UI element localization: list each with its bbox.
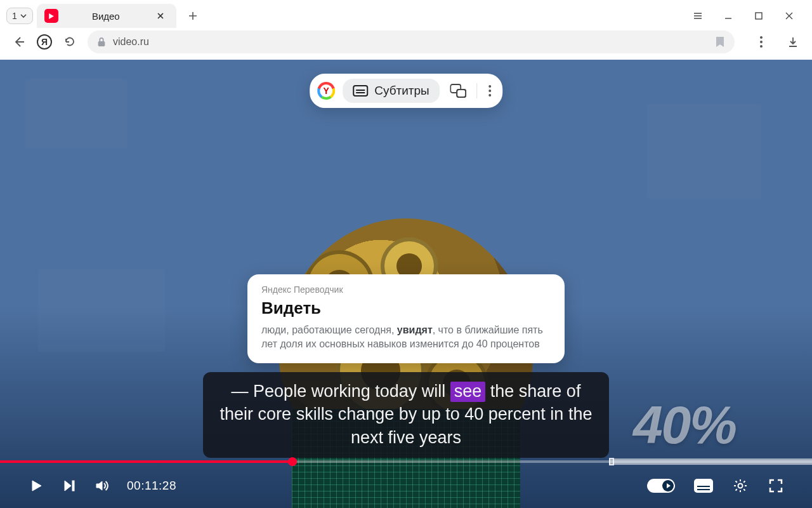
close-icon — [784, 11, 794, 21]
volume-button[interactable] — [94, 478, 110, 494]
fullscreen-button[interactable] — [768, 478, 784, 494]
tab-title: Видео — [65, 11, 147, 22]
hamburger-icon — [693, 11, 703, 21]
yandex-logo-icon: Y — [317, 82, 335, 100]
translator-headword: Видеть — [261, 298, 551, 318]
svg-rect-1 — [98, 41, 105, 46]
video-viewport[interactable]: 40% Y Субтитры Яндекс Переводчик — [0, 60, 812, 508]
svg-rect-3 — [457, 90, 466, 97]
tabs-count-pill[interactable]: 1 — [6, 8, 33, 24]
autoplay-knob-icon — [662, 480, 674, 491]
progress-played — [0, 460, 292, 463]
bookmark-icon[interactable] — [714, 36, 726, 48]
video-controls: 00:11:28 — [0, 464, 812, 508]
subtitle-pre: — People working today will — [232, 382, 450, 401]
subtitles-toggle-button[interactable]: Субтитры — [343, 79, 440, 103]
subtitles-icon — [353, 85, 368, 97]
svg-rect-5 — [72, 481, 74, 491]
svg-point-6 — [738, 484, 743, 488]
volume-icon — [95, 478, 110, 493]
window-close-button[interactable] — [783, 10, 796, 22]
yandex-home-button[interactable]: Я — [37, 34, 52, 50]
subtitles-label: Субтитры — [374, 84, 429, 98]
minimize-icon — [723, 11, 733, 21]
window-minimize-button[interactable] — [722, 10, 735, 22]
browser-toolbar: Я — [0, 29, 812, 60]
next-button[interactable] — [61, 478, 77, 494]
browser-menu-button[interactable] — [752, 33, 770, 51]
translator-tooltip: Яндекс Переводчик Видеть люди, работающи… — [247, 274, 565, 363]
pip-icon — [450, 84, 466, 98]
captions-button[interactable] — [694, 479, 713, 493]
kebab-icon — [760, 36, 763, 48]
browser-tab[interactable]: Видео — [37, 4, 176, 28]
overlay-more-button[interactable] — [485, 85, 495, 97]
download-icon — [787, 36, 799, 48]
picture-in-picture-button[interactable] — [447, 82, 469, 100]
downloads-button[interactable] — [784, 33, 802, 51]
divider — [476, 83, 477, 98]
next-icon — [62, 478, 77, 493]
back-button[interactable] — [10, 33, 28, 51]
gear-icon — [733, 478, 748, 493]
video-subtitle: — People working today will see the shar… — [203, 372, 609, 458]
translator-provider: Яндекс Переводчик — [261, 284, 551, 295]
fullscreen-icon — [768, 478, 783, 493]
window-controls — [691, 10, 808, 22]
lock-icon — [96, 37, 107, 47]
tab-strip: 1 Видео — [0, 0, 812, 29]
window-maximize-button[interactable] — [752, 10, 765, 22]
reload-button[interactable] — [61, 33, 79, 51]
subtitle-highlighted-word[interactable]: see — [450, 382, 486, 402]
translator-sentence-pre: люди, работающие сегодня, — [261, 324, 397, 335]
chevron-down-icon — [20, 12, 27, 20]
tabs-count-label: 1 — [12, 11, 17, 21]
maximize-icon — [754, 11, 764, 21]
video-overlay-bignum: 40% — [633, 394, 736, 456]
reload-icon — [63, 36, 76, 48]
arrow-left-icon — [13, 36, 25, 48]
address-bar[interactable] — [88, 30, 735, 53]
window-menu-button[interactable] — [691, 10, 704, 22]
play-icon — [29, 478, 44, 493]
translator-sentence-bold: увидят — [397, 324, 433, 335]
new-tab-button[interactable] — [184, 7, 202, 25]
tab-close-button[interactable] — [154, 9, 167, 23]
translator-sentence: люди, работающие сегодня, увидят, что в … — [261, 323, 551, 352]
url-input[interactable] — [113, 36, 708, 48]
progress-track — [0, 460, 812, 463]
autoplay-toggle[interactable] — [647, 479, 675, 493]
settings-button[interactable] — [732, 478, 749, 494]
play-button[interactable] — [28, 478, 44, 494]
tab-favicon-play-icon — [44, 9, 58, 23]
video-timecode: 00:11:28 — [127, 479, 176, 493]
svg-rect-0 — [756, 13, 762, 19]
video-overlay-toolbar: Y Субтитры — [310, 74, 502, 108]
close-icon — [157, 12, 164, 20]
plus-icon — [188, 11, 197, 20]
